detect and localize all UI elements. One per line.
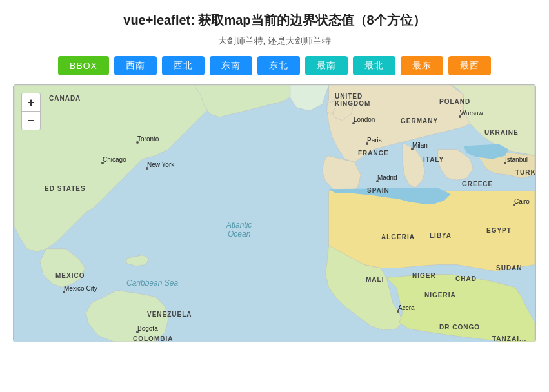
map-container: CANADAUNITED KINGDOMPOLANDGERMANYWarsawL…: [13, 84, 536, 342]
btn-最南[interactable]: 最南: [305, 56, 348, 75]
zoom-in-button[interactable]: +: [22, 93, 40, 112]
zoom-out-button[interactable]: −: [22, 112, 40, 130]
button-row: BBOX西南西北东南东北最南最北最东最西: [58, 56, 491, 75]
btn-最东[interactable]: 最东: [401, 56, 443, 75]
btn-BBOX[interactable]: BBOX: [58, 56, 109, 75]
btn-最北[interactable]: 最北: [353, 56, 395, 75]
btn-西南[interactable]: 西南: [114, 56, 157, 75]
page-wrapper: vue+leaflet: 获取map当前的边界状态值（8个方位） 大剑师兰特, …: [0, 0, 549, 349]
btn-东北[interactable]: 东北: [257, 56, 300, 75]
zoom-controls: + −: [21, 93, 41, 130]
btn-西北[interactable]: 西北: [162, 56, 205, 75]
map-svg: [14, 85, 535, 342]
subtitle: 大剑师兰特, 还是大剑师兰特: [218, 35, 332, 47]
btn-最西[interactable]: 最西: [448, 56, 491, 75]
page-title: vue+leaflet: 获取map当前的边界状态值（8个方位）: [123, 12, 425, 29]
btn-东南[interactable]: 东南: [210, 56, 252, 75]
